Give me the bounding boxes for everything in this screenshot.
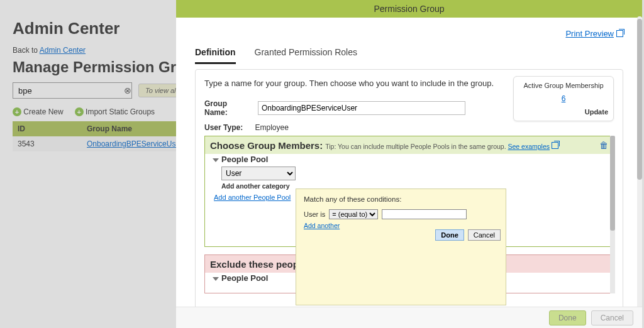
membership-card: Active Group Membership 6 Update bbox=[513, 76, 614, 121]
tabs: Definition Granted Permission Roles bbox=[176, 47, 642, 64]
modal-done-button[interactable]: Done bbox=[549, 310, 586, 325]
print-preview-link[interactable]: Print Preview bbox=[565, 29, 623, 38]
operator-select[interactable]: = (equal to) bbox=[329, 209, 378, 219]
delete-pool-icon[interactable]: 🗑 bbox=[599, 140, 608, 150]
popover-title: Match any of these conditions: bbox=[304, 195, 498, 203]
see-examples-link[interactable]: See examples bbox=[508, 143, 550, 150]
group-name-input[interactable] bbox=[258, 101, 465, 115]
membership-title: Active Group Membership bbox=[519, 82, 608, 89]
group-name-label: Group Name: bbox=[204, 99, 252, 117]
add-another-condition-link[interactable]: Add another bbox=[304, 222, 340, 229]
modal-scrollbar[interactable] bbox=[637, 16, 642, 309]
popover-done-button[interactable]: Done bbox=[435, 229, 464, 241]
external-link-icon bbox=[552, 142, 558, 149]
chevron-down-icon bbox=[213, 277, 219, 281]
tab-definition[interactable]: Definition bbox=[195, 47, 236, 64]
popover-cancel-button[interactable]: Cancel bbox=[468, 229, 501, 241]
field-label: User is bbox=[304, 210, 325, 218]
modal-cancel-button[interactable]: Cancel bbox=[591, 310, 633, 325]
cgm-title: Choose Group Members: bbox=[210, 140, 323, 151]
condition-value-input[interactable] bbox=[382, 209, 467, 219]
category-select[interactable]: User bbox=[221, 167, 296, 180]
cgm-tip: Tip: You can include multiple People Poo… bbox=[325, 142, 558, 150]
external-link-icon bbox=[616, 30, 623, 37]
modal-footer: Done Cancel bbox=[176, 307, 642, 328]
people-pool-heading[interactable]: People Pool bbox=[213, 155, 608, 164]
membership-update-button[interactable]: Update bbox=[519, 108, 608, 116]
add-another-category[interactable]: Add another category bbox=[221, 182, 296, 190]
panel-scrollbar[interactable] bbox=[610, 136, 615, 293]
tab-granted-roles[interactable]: Granted Permission Roles bbox=[255, 47, 357, 64]
modal-title: Permission Group bbox=[176, 0, 642, 18]
conditions-popover: Match any of these conditions: User is =… bbox=[296, 189, 506, 305]
membership-count-link[interactable]: 6 bbox=[519, 94, 608, 103]
user-type-value: Employee bbox=[255, 123, 288, 132]
user-type-label: User Type: bbox=[204, 123, 243, 132]
chevron-down-icon bbox=[213, 158, 219, 162]
